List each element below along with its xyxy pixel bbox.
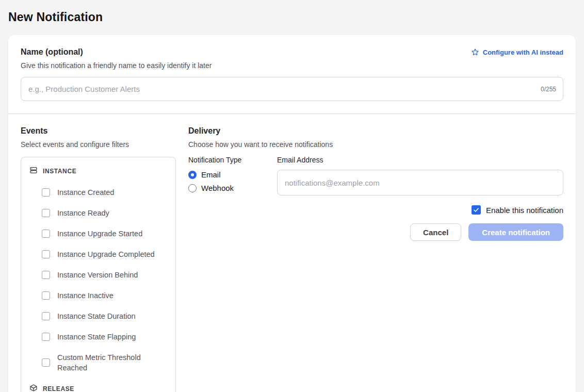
checkbox-unchecked[interactable]	[42, 358, 50, 367]
event-item-instance-upgrade-started[interactable]: Instance Upgrade Started	[21, 223, 175, 244]
event-item-label: Instance State Flapping	[57, 332, 136, 342]
name-input[interactable]	[21, 77, 563, 101]
delivery-description: Choose how you want to receive notificat…	[188, 140, 563, 149]
notification-form-card: Name (optional) Configure with AI instea…	[8, 35, 576, 392]
event-item-instance-version-behind[interactable]: Instance Version Behind	[21, 265, 175, 285]
event-group-label: INSTANCE	[43, 168, 76, 175]
checkbox-unchecked[interactable]	[42, 230, 50, 238]
events-tree: INSTANCE Instance Created Instance Ready…	[21, 157, 176, 392]
create-notification-button[interactable]: Create notification	[468, 223, 563, 241]
event-item-label: Custom Metric Threshold Reached	[57, 352, 167, 373]
event-item-instance-state-flapping[interactable]: Instance State Flapping	[21, 326, 175, 347]
event-item-label: Instance State Duration	[57, 311, 136, 321]
event-group-label: RELEASE	[43, 385, 74, 392]
name-heading: Name (optional)	[21, 47, 83, 57]
event-item-label: Instance Ready	[57, 208, 109, 218]
event-item-label: Instance Upgrade Completed	[57, 249, 155, 259]
configure-ai-link[interactable]: Configure with AI instead	[471, 48, 563, 56]
checkbox-unchecked[interactable]	[42, 271, 50, 279]
radio-option-webhook[interactable]: Webhook	[188, 184, 277, 192]
events-heading: Events	[21, 126, 176, 136]
enable-notification-row: Enable this notification	[188, 205, 563, 215]
event-group-instance[interactable]: INSTANCE	[21, 160, 175, 182]
cancel-button[interactable]: Cancel	[410, 223, 461, 241]
page: New Notification Name (optional) Configu…	[0, 0, 584, 392]
checkbox-unchecked[interactable]	[42, 312, 50, 320]
email-address-input[interactable]	[277, 170, 563, 195]
event-item-instance-upgrade-completed[interactable]: Instance Upgrade Completed	[21, 244, 175, 265]
checkbox-unchecked[interactable]	[42, 188, 50, 197]
page-title: New Notification	[8, 10, 576, 24]
checkbox-unchecked[interactable]	[42, 250, 50, 258]
email-address-group: Email Address	[277, 156, 563, 195]
configure-ai-link-label: Configure with AI instead	[483, 48, 563, 56]
char-counter: 0/255	[541, 86, 556, 93]
events-section: Events Select events and configure filte…	[21, 126, 176, 392]
radio-option-label: Email	[201, 170, 221, 179]
name-description: Give this notification a friendly name t…	[21, 61, 563, 70]
radio-checked-icon[interactable]	[188, 171, 197, 179]
name-section: Name (optional) Configure with AI instea…	[21, 47, 563, 101]
event-item-label: Instance Created	[57, 187, 114, 198]
notification-type-label: Notification Type	[188, 156, 277, 164]
event-item-custom-metric-threshold[interactable]: Custom Metric Threshold Reached	[21, 347, 175, 378]
event-item-instance-created[interactable]: Instance Created	[21, 182, 175, 203]
checkbox-unchecked[interactable]	[42, 291, 50, 300]
event-item-label: Instance Upgrade Started	[57, 228, 142, 239]
event-item-label: Instance Version Behind	[57, 270, 138, 280]
package-icon	[29, 384, 38, 392]
event-group-release[interactable]: RELEASE	[21, 378, 175, 392]
radio-option-label: Webhook	[201, 184, 234, 192]
checkbox-unchecked[interactable]	[42, 333, 50, 341]
checkbox-unchecked[interactable]	[42, 209, 50, 217]
event-item-label: Instance Inactive	[57, 290, 113, 301]
section-divider	[8, 113, 576, 114]
events-description: Select events and configure filters	[21, 140, 176, 149]
event-item-instance-ready[interactable]: Instance Ready	[21, 203, 175, 223]
checkbox-checked[interactable]	[472, 205, 481, 215]
notification-type-group: Notification Type Email Webhook	[188, 156, 277, 195]
delivery-section: Delivery Choose how you want to receive …	[188, 126, 563, 241]
sparkle-star-icon	[471, 48, 479, 56]
radio-unchecked-icon[interactable]	[188, 184, 197, 192]
enable-notification-label: Enable this notification	[486, 206, 563, 215]
email-address-label: Email Address	[277, 156, 563, 164]
event-item-instance-inactive[interactable]: Instance Inactive	[21, 285, 175, 306]
delivery-heading: Delivery	[188, 126, 563, 136]
server-icon	[29, 166, 38, 176]
radio-option-email[interactable]: Email	[188, 170, 277, 179]
event-item-instance-state-duration[interactable]: Instance State Duration	[21, 306, 175, 326]
form-actions: Cancel Create notification	[188, 223, 563, 241]
